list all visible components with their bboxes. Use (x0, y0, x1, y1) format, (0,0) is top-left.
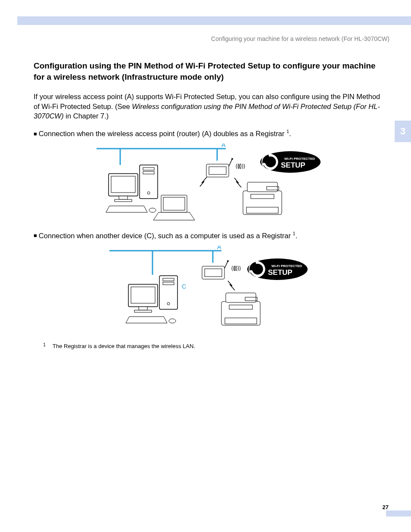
svg-rect-12 (163, 197, 185, 210)
square-bullet-icon: ■ (34, 131, 37, 137)
intro-part2: in Chapter 7.) (64, 112, 109, 120)
svg-rect-47 (226, 293, 256, 302)
bullet-item-1: ■Connection when the wireless access poi… (34, 128, 387, 138)
svg-line-41 (224, 261, 228, 268)
svg-rect-8 (119, 196, 128, 199)
page-number-bar (386, 510, 411, 516)
diagram1-label-a: A (221, 143, 226, 148)
svg-rect-39 (202, 266, 224, 279)
running-header: Configuring your machine for a wireless … (211, 35, 389, 42)
diagram2-label-a: A (217, 246, 221, 250)
svg-rect-9 (115, 199, 132, 202)
svg-rect-35 (131, 287, 155, 303)
bullet2-text: Connection when another device (C), such… (39, 231, 293, 239)
footnote-number: 1 (43, 342, 53, 348)
period: . (296, 231, 298, 239)
svg-rect-13 (206, 164, 229, 177)
main-content: Configuration using the PIN Method of Wi… (34, 60, 387, 349)
bullet-item-2: ■Connection when another device (C), suc… (34, 230, 387, 240)
footnote: 1 The Registrar is a device that manages… (34, 343, 387, 349)
svg-rect-21 (247, 182, 277, 192)
diagram-2: C ((( | ))) A (34, 246, 387, 332)
footnote-text: The Registrar is a device that manages t… (53, 343, 195, 349)
intro-paragraph: If your wireless access point (A) suppor… (34, 92, 387, 121)
section-title: Configuration using the PIN Method of Wi… (34, 60, 387, 82)
svg-text:|: | (234, 265, 235, 271)
wps-bottom-1: SETUP (281, 161, 305, 169)
svg-rect-37 (134, 310, 152, 312)
wps-top-2: Wi-Fi PROTECTED (271, 264, 302, 268)
wps-top-1: Wi-Fi PROTECTED (284, 157, 315, 161)
diagram-1: ((( | ))) A Wi-Fi PROTECTE (34, 143, 387, 221)
svg-point-16 (231, 158, 233, 160)
diagram2-label-c: C (182, 283, 186, 290)
square-bullet-icon: ■ (34, 232, 37, 239)
svg-point-42 (227, 260, 229, 262)
svg-point-38 (169, 319, 176, 323)
svg-rect-7 (111, 176, 135, 193)
svg-line-15 (229, 159, 232, 166)
top-accent-bar (17, 16, 411, 25)
svg-text:|: | (238, 163, 240, 169)
bullet1-text: Connection when the wireless access poin… (39, 130, 286, 137)
svg-rect-36 (139, 307, 147, 310)
network-diagram-2: C ((( | ))) A (109, 246, 312, 332)
svg-point-10 (149, 208, 156, 212)
svg-text:))): ))) (236, 265, 241, 271)
network-diagram-1: ((( | ))) A Wi-Fi PROTECTE (97, 143, 325, 221)
page-number: 27 (383, 504, 389, 510)
chapter-tab: 3 (395, 121, 411, 142)
svg-text:))): ))) (240, 163, 245, 169)
period: . (289, 130, 291, 137)
wps-bottom-2: SETUP (268, 268, 293, 277)
